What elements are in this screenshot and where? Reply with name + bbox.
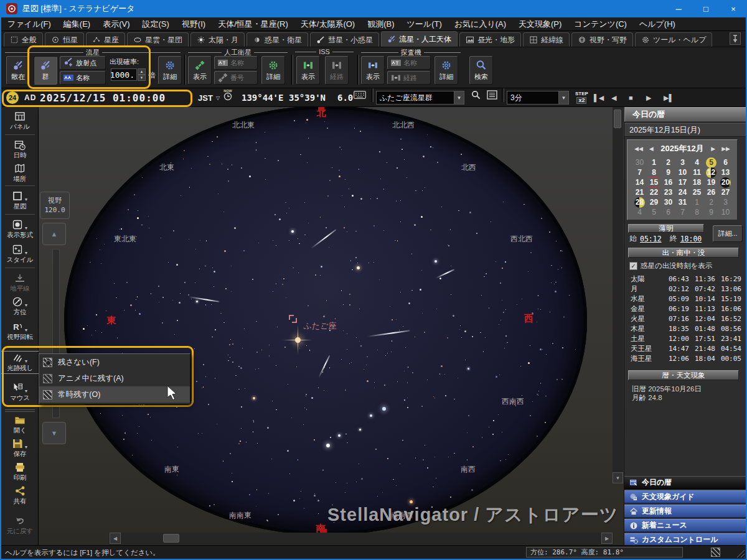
calendar-day[interactable]: 18 bbox=[690, 177, 704, 187]
calendar-day[interactable]: 1 bbox=[647, 157, 661, 167]
twilight-begin-time[interactable]: 05:12 bbox=[640, 235, 662, 243]
sidebar-item-trail[interactable]: ▼光跡残し bbox=[1, 352, 39, 373]
tab-8[interactable]: 流星・人工天体 bbox=[381, 31, 458, 47]
probe-show-button[interactable]: 表示 bbox=[361, 56, 385, 85]
calendar-day[interactable]: 17 bbox=[675, 177, 690, 187]
calendar-day[interactable]: 9 bbox=[661, 167, 675, 177]
satellite-show-button[interactable]: 表示 bbox=[188, 56, 212, 85]
calendar-day[interactable]: 14 bbox=[632, 177, 647, 187]
menu-item[interactable]: 天体/太陽系(O) bbox=[294, 19, 361, 30]
magnitude-value[interactable]: 6.0 bbox=[337, 88, 353, 107]
fov-indicator[interactable]: 視野 120.0 bbox=[40, 192, 70, 219]
tab-6[interactable]: 惑星・衛星 bbox=[247, 32, 308, 47]
calendar-day[interactable]: 3 bbox=[718, 197, 733, 207]
search-target-icon[interactable] bbox=[469, 88, 482, 101]
menu-item[interactable]: ヘルプ(H) bbox=[633, 19, 682, 30]
calendar-day[interactable]: 13 bbox=[718, 167, 733, 177]
target-select[interactable]: ふたご座流星群 ▼ bbox=[376, 91, 464, 105]
calendar-day[interactable]: 9 bbox=[704, 207, 718, 217]
calendar-day[interactable]: 30 bbox=[632, 157, 647, 167]
probe-path-button[interactable]: 経路 bbox=[387, 71, 431, 85]
star-map[interactable]: 北北北東北東東北東東東南東南東南南東南南南西南西西南西西西北西北西北北西 ふたご… bbox=[39, 107, 624, 545]
calendar-day[interactable]: 8 bbox=[647, 167, 661, 177]
calendar-day[interactable]: 26 bbox=[704, 187, 718, 197]
rate-input[interactable]: 1000. bbox=[111, 68, 137, 81]
calendar-day[interactable]: 3 bbox=[675, 157, 690, 167]
sidebar-item-save[interactable]: ▼保存 bbox=[1, 438, 39, 459]
menu-item[interactable]: 天体/恒星・星座(R) bbox=[212, 19, 294, 30]
calendar-day[interactable]: 27 bbox=[718, 187, 733, 197]
probe-name-button[interactable]: 名称 bbox=[387, 56, 431, 70]
tab-2[interactable]: 恒星 bbox=[45, 32, 84, 47]
calendar-prev-month-button[interactable]: ◀ bbox=[646, 146, 657, 152]
planet-times-checkbox-row[interactable]: ✓ 惑星の出没時刻を表示 bbox=[629, 261, 713, 271]
spin-down-icon[interactable]: ▼ bbox=[138, 75, 146, 81]
calendar-day[interactable]: 1 bbox=[690, 197, 704, 207]
tab-3[interactable]: 星座 bbox=[86, 32, 125, 47]
tab-9[interactable]: 昼光・地形 bbox=[459, 32, 521, 47]
meteor-name-button[interactable]: 名称 bbox=[60, 71, 106, 85]
object-list-icon[interactable] bbox=[486, 88, 498, 101]
scroll-down-button[interactable]: ▼ bbox=[42, 422, 66, 444]
hour24-icon[interactable]: 24 bbox=[6, 91, 19, 104]
calendar-day[interactable]: 7 bbox=[632, 167, 647, 177]
sidebar-item-rotate[interactable]: R▼視野回転 bbox=[1, 321, 39, 342]
menu-item[interactable]: 天文現象(P) bbox=[512, 19, 568, 30]
chevron-down-icon[interactable]: ▼ bbox=[24, 359, 29, 363]
calendar-day[interactable]: 6 bbox=[661, 207, 675, 217]
sidebar-item-chart[interactable]: ▼星図 bbox=[1, 190, 39, 211]
hscroll-right-button[interactable]: ▶ bbox=[601, 533, 613, 544]
timezone-label[interactable]: JST bbox=[198, 88, 213, 107]
satellite-number-button[interactable]: 番号 bbox=[214, 71, 258, 85]
trail-menu-item[interactable]: アニメ中に残す(A) bbox=[39, 370, 190, 386]
maximize-button[interactable]: □ bbox=[692, 0, 720, 17]
calendar-next-month-button[interactable]: ▶ bbox=[708, 146, 718, 152]
sidebar-item-print[interactable]: 印刷 bbox=[1, 462, 39, 482]
pin-icon[interactable] bbox=[730, 32, 741, 45]
menu-item[interactable]: 編集(E) bbox=[57, 19, 96, 30]
calendar-prev-year-button[interactable]: ◀◀ bbox=[631, 146, 646, 152]
menu-item[interactable]: 設定(S) bbox=[136, 19, 176, 30]
calendar-day[interactable]: 23 bbox=[661, 187, 675, 197]
calendar-day[interactable]: 22 bbox=[647, 187, 661, 197]
tab-4[interactable]: 星雲・星団 bbox=[127, 32, 189, 47]
chevron-down-icon[interactable]: ▼ bbox=[24, 226, 29, 230]
chevron-down-icon[interactable]: ▼ bbox=[24, 389, 29, 393]
rate-spinner[interactable]: ▲ ▼ bbox=[138, 68, 146, 81]
chevron-down-icon[interactable]: ▼ bbox=[454, 91, 464, 104]
calendar-day[interactable]: 21 bbox=[632, 187, 647, 197]
sidebar-item-compass[interactable]: ▼方位 bbox=[1, 296, 39, 317]
accordion-todaycal[interactable]: 今日の暦 bbox=[624, 476, 746, 489]
meteor-shower-button[interactable]: 群 bbox=[34, 56, 57, 85]
map-vscrollbar[interactable]: ▼ bbox=[613, 107, 623, 484]
calendar-day[interactable]: 5 bbox=[704, 157, 718, 167]
map-hscrollbar[interactable]: ◀ ▶ bbox=[108, 533, 614, 544]
sky-view[interactable]: 北北北東北東東北東東東南東南東南南東南南南西南西西南西西西北西北西北北西 ふたご… bbox=[39, 107, 624, 533]
skip-start-button[interactable]: ▌◀ bbox=[594, 88, 608, 107]
meteor-sporadic-button[interactable]: 散在 bbox=[6, 56, 30, 85]
tab-7[interactable]: 彗星・小惑星 bbox=[310, 32, 379, 47]
minimize-button[interactable]: ─ bbox=[665, 0, 692, 17]
accordion-custom[interactable]: カスタムコントロール bbox=[624, 533, 746, 546]
calendar-day[interactable]: 16 bbox=[661, 177, 675, 187]
menu-item[interactable]: コンテンツ(C) bbox=[568, 19, 633, 30]
chevron-down-icon[interactable]: ▼ bbox=[24, 303, 29, 307]
datetime-display[interactable]: 2025/12/15 01:00:00 bbox=[40, 88, 166, 107]
tab-5[interactable]: 太陽・月 bbox=[190, 32, 245, 47]
calendar-day[interactable]: 31 bbox=[675, 197, 690, 207]
tab-12[interactable]: ツール・ヘルプ bbox=[635, 32, 712, 47]
skip-end-button[interactable]: ▶▌ bbox=[664, 88, 677, 107]
calendar-day[interactable]: 4 bbox=[632, 207, 647, 217]
calendar-day[interactable]: 7 bbox=[675, 207, 690, 217]
calendar-day[interactable]: 10 bbox=[675, 167, 690, 177]
step-mode-button[interactable]: STEPx2 bbox=[575, 91, 588, 104]
sidebar-item-share[interactable]: 共有 bbox=[1, 485, 39, 506]
calendar-day[interactable]: 4 bbox=[690, 157, 704, 167]
chevron-down-icon[interactable]: ▼ bbox=[558, 91, 568, 104]
chevron-down-icon[interactable]: ▼ bbox=[24, 251, 29, 255]
accordion-update[interactable]: 更新情報 bbox=[624, 505, 746, 518]
chevron-down-icon[interactable]: ▼ bbox=[24, 328, 29, 332]
menu-item[interactable]: 観測(B) bbox=[361, 19, 400, 30]
vscroll-down-button[interactable]: ▼ bbox=[613, 472, 623, 483]
sidebar-item-mouse[interactable]: ▼マウス bbox=[1, 382, 39, 403]
